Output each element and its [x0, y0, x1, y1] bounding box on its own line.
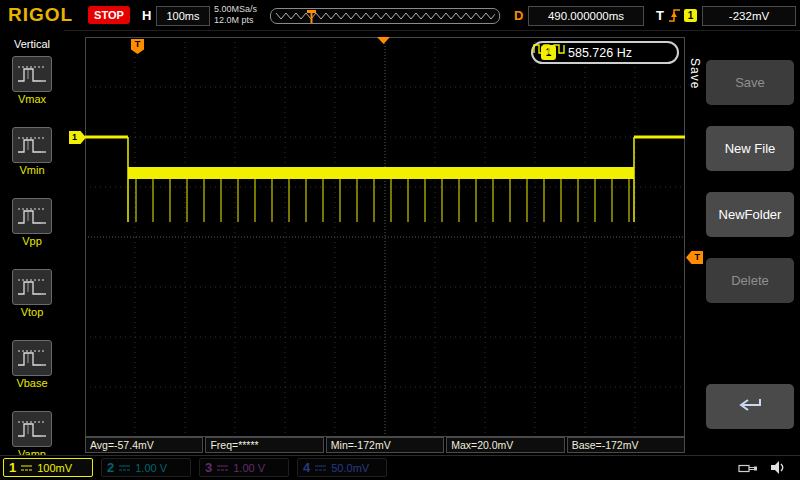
sidebar-item-vtop[interactable]: Vtop: [0, 269, 64, 334]
coupling-icon: [217, 464, 228, 472]
status-bar: RIGOL STOP H 100ms 5.00MSa/s 12.0M pts D…: [0, 0, 800, 31]
channel-1-status[interactable]: 1100mV: [3, 458, 93, 477]
vpp-icon: [12, 198, 52, 234]
trigger-level-value[interactable]: -232mV: [702, 6, 796, 26]
menu-tab-save[interactable]: Save: [688, 58, 702, 89]
channel-number: 3: [205, 460, 212, 475]
waveform-display: T 1 585.726 Hz: [85, 37, 685, 437]
measurement-item: Base=-172mV: [567, 437, 685, 453]
sidebar-item-label: Vpp: [0, 235, 64, 247]
measurement-item: Avg=-57.4mV: [85, 437, 203, 453]
waveform-overview-bar[interactable]: [270, 8, 500, 24]
measurement-item: Max=20.0mV: [446, 437, 564, 453]
delay-value[interactable]: 490.000000ms: [528, 6, 644, 26]
sidebar-item-vmin[interactable]: Vmin: [0, 127, 64, 192]
sample-rate: 5.00MSa/s: [214, 4, 257, 15]
trigger-edge-icon: [668, 7, 681, 27]
channel1-ground-marker[interactable]: 1: [69, 131, 86, 144]
memory-depth: 12.0M pts: [214, 15, 257, 26]
horizontal-label: H: [142, 8, 151, 23]
rigol-logo: RIGOL: [8, 4, 73, 26]
run-state-badge[interactable]: STOP: [88, 6, 130, 24]
coupling-icon: [21, 464, 32, 472]
measurement-bar: Avg=-57.4mVFreq=*****Min=-172mVMax=20.0m…: [85, 437, 685, 453]
acquisition-info: 5.00MSa/s 12.0M pts: [214, 4, 257, 26]
sidebar-item-label: Vtop: [0, 306, 64, 318]
oscilloscope-screen: RIGOL STOP H 100ms 5.00MSa/s 12.0M pts D…: [0, 0, 800, 480]
coupling-icon: [119, 464, 130, 472]
menu-back-button[interactable]: [706, 384, 794, 429]
channel-number: 4: [303, 460, 310, 475]
delay-label: D: [514, 8, 523, 23]
trigger-label: T: [656, 8, 664, 23]
sidebar-item-label: Vbase: [0, 377, 64, 389]
channel-status-bar: 1100mV21.00 V31.00 V450.0mV: [0, 455, 800, 480]
measurement-item: Freq=*****: [205, 437, 323, 453]
channel-4-status[interactable]: 450.0mV: [297, 458, 387, 477]
menu-new-file-button[interactable]: New File: [706, 126, 794, 171]
channel-number: 2: [107, 460, 114, 475]
sidebar-item-label: Vmax: [0, 93, 64, 105]
sidebar-item-label: Vmin: [0, 164, 64, 176]
channel-3-status[interactable]: 31.00 V: [199, 458, 289, 477]
vmin-icon: [12, 127, 52, 163]
timebase-value[interactable]: 100ms: [156, 6, 210, 26]
sidebar-item-vmax[interactable]: Vmax: [0, 56, 64, 121]
channel-scale: 50.0mV: [331, 462, 369, 474]
channel-scale: 100mV: [37, 462, 72, 474]
measurement-item: Min=-172mV: [326, 437, 444, 453]
freq-value: 585.726 Hz: [568, 46, 632, 60]
channel1-waveform: [85, 37, 685, 437]
channel-scale: 1.00 V: [233, 462, 265, 474]
vmax-icon: [12, 56, 52, 92]
return-arrow-icon: [735, 396, 765, 417]
vbase-icon: [12, 340, 52, 376]
vamp-icon: [12, 411, 52, 447]
coupling-icon: [315, 464, 326, 472]
channel-2-status[interactable]: 21.00 V: [101, 458, 191, 477]
frequency-counter: 1 585.726 Hz: [531, 41, 679, 64]
vtop-icon: [12, 269, 52, 305]
usb-icon: [738, 461, 758, 479]
trigger-level-marker[interactable]: T: [686, 251, 703, 264]
sidebar-title: Vertical: [0, 30, 64, 50]
sidebar-item-vpp[interactable]: Vpp: [0, 198, 64, 263]
channel-number: 1: [9, 460, 16, 475]
menu-delete-button[interactable]: Delete: [706, 258, 794, 303]
menu-save-button[interactable]: Save: [706, 60, 794, 105]
trigger-source-badge[interactable]: 1: [684, 9, 697, 22]
speaker-icon[interactable]: [770, 460, 787, 479]
measure-sidebar: Vertical VmaxVminVppVtopVbaseVamp: [0, 30, 64, 455]
sidebar-item-vbase[interactable]: Vbase: [0, 340, 64, 405]
menu-new-folder-button[interactable]: NewFolder: [706, 192, 794, 237]
channel-scale: 1.00 V: [135, 462, 167, 474]
